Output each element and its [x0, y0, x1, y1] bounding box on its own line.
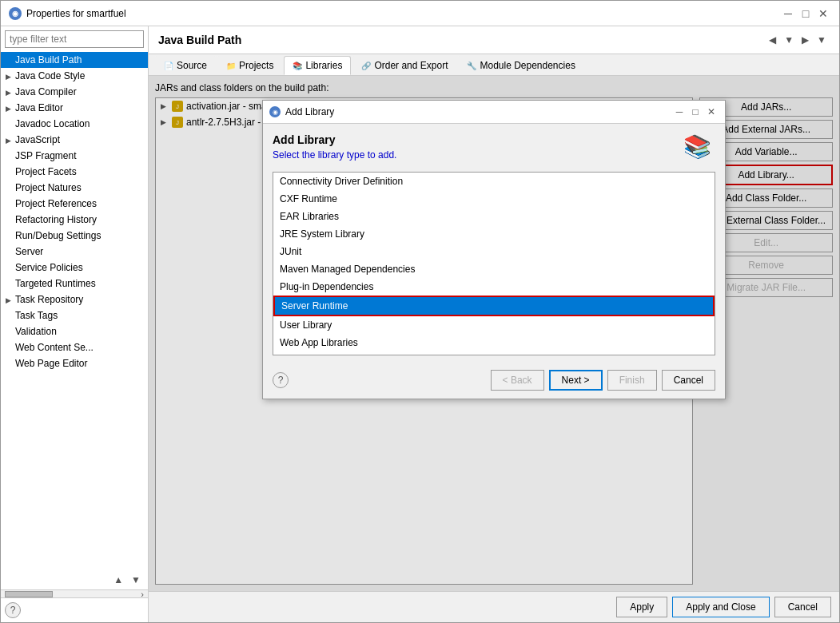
sidebar-item-service-policies[interactable]: Service Policies [1, 260, 148, 276]
library-item-ear-libraries[interactable]: EAR Libraries [273, 208, 715, 225]
modal-title-bar: ◉ Add Library ─ □ ✕ [263, 101, 725, 124]
modal-cancel-button[interactable]: Cancel [662, 370, 715, 391]
modal-title-text: Add Library [285, 106, 334, 117]
panel-nav-forward[interactable]: ▶ [798, 33, 812, 47]
tab-icon-module-dependencies: 🔧 [467, 62, 476, 70]
sidebar-item-javadoc-location[interactable]: Javadoc Location [1, 116, 148, 132]
sidebar: Java Build Path▶Java Code Style▶Java Com… [1, 26, 149, 622]
sidebar-item-web-page-editor[interactable]: Web Page Editor [1, 355, 148, 371]
sidebar-item-project-facets[interactable]: Project Facets [1, 164, 148, 180]
panel-title: Java Build Path [158, 34, 241, 46]
main-window: ◉ Properties for smartfuel ─ □ ✕ Java Bu… [0, 0, 840, 623]
modal-footer: ? < Back Next > Finish [263, 365, 725, 399]
tab-icon-projects: 📁 [226, 62, 236, 70]
library-item-user-library[interactable]: User Library [273, 316, 715, 334]
tab-source[interactable]: 📄Source [155, 56, 216, 75]
modal-overlay: ◉ Add Library ─ □ ✕ [149, 76, 839, 591]
sidebar-item-web-content-settings[interactable]: Web Content Se... [1, 339, 148, 355]
panel-nav-forward-dropdown[interactable]: ▼ [814, 33, 830, 47]
panel-nav-buttons: ◀ ▼ ▶ ▼ [766, 33, 830, 47]
apply-button[interactable]: Apply [616, 597, 667, 617]
sidebar-bottom: ? [1, 597, 148, 622]
tab-icon-libraries: 📚 [293, 62, 302, 70]
tab-label-libraries: Libraries [305, 60, 342, 71]
sidebar-item-java-build-path[interactable]: Java Build Path [1, 52, 148, 68]
library-item-junit[interactable]: JUnit [273, 243, 715, 260]
expand-arrow-icon: ▶ [6, 105, 15, 113]
library-item-connectivity-driver[interactable]: Connectivity Driver Definition [273, 173, 715, 190]
modal-footer-left: ? [273, 372, 289, 388]
sidebar-item-java-editor[interactable]: ▶Java Editor [1, 100, 148, 116]
sidebar-scroll-thumb[interactable] [5, 591, 53, 597]
library-list[interactable]: Connectivity Driver DefinitionCXF Runtim… [273, 172, 715, 355]
modal-minimize-button[interactable]: ─ [672, 105, 687, 119]
back-button[interactable]: < Back [491, 370, 544, 391]
modal-close-button[interactable]: ✕ [704, 105, 719, 119]
filter-input[interactable] [5, 30, 144, 48]
close-button[interactable]: ✕ [815, 6, 831, 22]
maximize-button[interactable]: □ [798, 6, 814, 22]
apply-close-button[interactable]: Apply and Close [672, 597, 769, 617]
tab-bar: 📄Source📁Projects📚Libraries🔗Order and Exp… [149, 54, 839, 76]
sidebar-help-button[interactable]: ? [5, 602, 21, 618]
add-library-modal: ◉ Add Library ─ □ ✕ [262, 100, 726, 399]
build-path-content: JARs and class folders on the build path… [149, 76, 839, 591]
panel-nav-dropdown[interactable]: ▼ [781, 33, 797, 47]
tab-label-order-export: Order and Export [374, 60, 448, 71]
right-panel: Java Build Path ◀ ▼ ▶ ▼ 📄Source📁Projects… [149, 26, 839, 622]
expand-arrow-icon: ▶ [6, 296, 15, 304]
modal-help-button[interactable]: ? [273, 372, 289, 388]
sidebar-nav-buttons: ▲ ▼ [1, 570, 148, 589]
sidebar-horizontal-scrollbar: › [1, 589, 148, 597]
library-item-plugin-dependencies[interactable]: Plug-in Dependencies [273, 278, 715, 296]
tab-label-module-dependencies: Module Dependencies [480, 60, 575, 71]
modal-header-text: Add Library Select the library type to a… [273, 133, 396, 161]
finish-button[interactable]: Finish [607, 370, 657, 391]
sidebar-item-refactoring-history[interactable]: Refactoring History [1, 212, 148, 228]
modal-maximize-button[interactable]: □ [688, 105, 703, 119]
sidebar-item-jsp-fragment[interactable]: JSP Fragment [1, 148, 148, 164]
sidebar-scroll-up[interactable]: ▲ [110, 573, 126, 587]
modal-header-section: Add Library Select the library type to a… [273, 133, 715, 165]
tab-projects[interactable]: 📁Projects [217, 56, 282, 75]
modal-subtext: Select the library type to add. [273, 149, 396, 161]
library-icon: 📚 [683, 133, 715, 165]
modal-title-left: ◉ Add Library [269, 106, 334, 117]
tab-module-dependencies[interactable]: 🔧Module Dependencies [458, 56, 583, 75]
sidebar-item-java-compiler[interactable]: ▶Java Compiler [1, 84, 148, 100]
library-item-web-app-libraries[interactable]: Web App Libraries [273, 334, 715, 351]
library-item-jre-system-library[interactable]: JRE System Library [273, 225, 715, 243]
expand-arrow-icon: ▶ [6, 137, 15, 145]
sidebar-item-task-tags[interactable]: Task Tags [1, 308, 148, 323]
modal-title-buttons: ─ □ ✕ [672, 105, 719, 119]
minimize-button[interactable]: ─ [780, 6, 796, 22]
main-content: Java Build Path▶Java Code Style▶Java Com… [1, 26, 839, 622]
sidebar-item-java-code-style[interactable]: ▶Java Code Style [1, 68, 148, 84]
sidebar-item-validation[interactable]: Validation [1, 323, 148, 339]
sidebar-item-run-debug-settings[interactable]: Run/Debug Settings [1, 228, 148, 244]
modal-title-icon: ◉ [269, 106, 281, 117]
tab-icon-order-export: 🔗 [361, 62, 371, 70]
library-item-cxf-runtime[interactable]: CXF Runtime [273, 190, 715, 208]
panel-header: Java Build Path ◀ ▼ ▶ ▼ [149, 26, 839, 54]
title-bar: ◉ Properties for smartfuel ─ □ ✕ [1, 1, 839, 26]
tab-icon-source: 📄 [164, 62, 173, 70]
sidebar-item-server[interactable]: Server [1, 244, 148, 260]
window-title: Properties for smartfuel [26, 8, 126, 19]
sidebar-item-task-repository[interactable]: ▶Task Repository [1, 292, 148, 308]
library-item-maven-managed[interactable]: Maven Managed Dependencies [273, 260, 715, 278]
library-item-server-runtime[interactable]: Server Runtime [273, 296, 715, 316]
panel-nav-back[interactable]: ◀ [766, 33, 779, 47]
modal-body: Add Library Select the library type to a… [263, 124, 725, 365]
tab-order-export[interactable]: 🔗Order and Export [352, 56, 456, 75]
tab-label-source: Source [177, 60, 207, 71]
next-button[interactable]: Next > [549, 370, 603, 391]
cancel-button[interactable]: Cancel [774, 597, 831, 617]
sidebar-item-project-natures[interactable]: Project Natures [1, 180, 148, 196]
tab-libraries[interactable]: 📚Libraries [284, 56, 351, 75]
sidebar-scroll-down[interactable]: ▼ [128, 573, 144, 587]
sidebar-item-targeted-runtimes[interactable]: Targeted Runtimes [1, 276, 148, 292]
modal-heading: Add Library [273, 133, 396, 146]
sidebar-item-javascript[interactable]: ▶JavaScript [1, 132, 148, 148]
sidebar-item-project-references[interactable]: Project References [1, 196, 148, 212]
